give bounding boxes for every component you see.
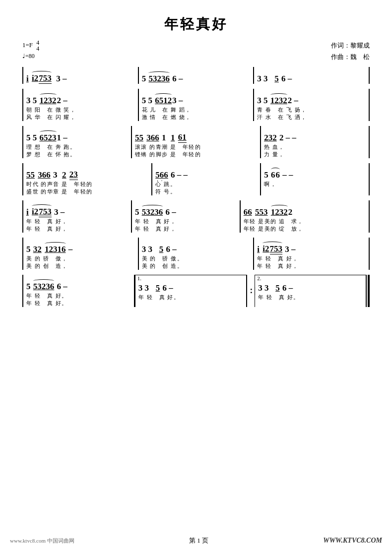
row2-seg1-lyric2: 风 华 在 闪 耀， xyxy=(26,114,136,121)
row4-seg3-lyric1: 啊， xyxy=(264,181,367,188)
row3-seg1-lyric2: 梦 想 在 怀 抱。 xyxy=(26,151,129,158)
row5-seg3-lyric1: 年轻 是美的 追 求， xyxy=(244,218,367,225)
row5-seg2-notes: 5 53236 6 – xyxy=(135,200,238,217)
row4-seg2-lyric2: 符 号。 xyxy=(155,188,258,195)
row6-seg1-notes: 5 32 12316 – xyxy=(26,238,136,254)
row4-seg1-notes: 55 366 3 2 23 xyxy=(26,163,149,180)
row2-seg2-lyric2: 激 情 在 燃 烧， xyxy=(142,114,252,121)
row2-seg2-notes: 5 5 6512 3 – xyxy=(142,89,252,106)
row3-seg1-lyric1: 理 想 在 奔 跑。 xyxy=(26,143,129,151)
row6-seg1-lyric2: 美 的 创 造， xyxy=(26,262,136,270)
row4-seg1-lyric2: 盛世 的华章 是 年轻的 xyxy=(26,188,149,195)
row1-seg1-notes: i i2753 3 – xyxy=(26,67,136,84)
composer: 作曲：魏 松 xyxy=(331,51,370,62)
row3-seg3-lyric1: 热 血， xyxy=(264,143,367,151)
row3-seg2-lyric2: 铿锵 的脚步 是 年轻的 xyxy=(135,151,258,158)
page: 年轻真好 1=F 44 ♩=80 作词：黎耀成 作曲：魏 松 i xyxy=(0,0,392,555)
row6-seg3-lyric1: 年 轻 真 好， xyxy=(257,255,367,262)
tempo: ♩=80 xyxy=(22,52,39,61)
row5-seg1-lyric1: 年 轻 真 好， xyxy=(26,218,129,225)
row2-seg3-lyric2: 汗 水 在 飞 洒， xyxy=(257,114,367,121)
row3-seg2-notes: 55 366 1 1 61 xyxy=(135,126,258,143)
meta-row: 1=F 44 ♩=80 作词：黎耀成 作曲：魏 松 xyxy=(22,40,370,63)
row7-seg2-lyric1: 年 轻 真 好。 xyxy=(138,294,244,301)
row2: 3 5 1232 2 – 朝 阳 在 微 笑， 风 华 在 闪 耀， 5 5 6… xyxy=(22,89,370,121)
row5-seg1-lyric2: 年 轻 真 好， xyxy=(26,225,129,233)
row7: 5 53236 6 – 年 轻 真 好。 年 轻 真 好。 1. 3 3 5 6… xyxy=(22,275,370,307)
row5: i i2753 3 – 年 轻 真 好， 年 轻 真 好， 5 53236 6 … xyxy=(22,200,370,233)
row4-seg2-lyric1: 心 跳。 xyxy=(155,181,258,188)
row1-seg3-notes: 3 3 5 6 – xyxy=(257,67,367,84)
meta-right: 作词：黎耀成 作曲：魏 松 xyxy=(331,40,370,63)
lyricist: 作词：黎耀成 xyxy=(331,40,370,51)
row7-seg1-lyric2: 年 轻 真 好。 xyxy=(26,300,132,307)
meta-left: 1=F 44 ♩=80 xyxy=(22,40,39,61)
row6-seg2-lyric2: 美 的 创 造。 xyxy=(142,262,252,270)
time-sig: 44 xyxy=(36,41,39,49)
row5-seg3-lyric2: 年轻 是美的 绽 放， xyxy=(244,225,367,233)
row3: 5 5 6523 1 – 理 想 在 奔 跑。 梦 想 在 怀 抱。 55 36… xyxy=(22,126,370,158)
row6-seg3-notes: i i2753 3 – xyxy=(257,238,367,254)
row4-seg2-notes: 5 6 6 6 – – xyxy=(155,163,258,180)
row5-seg2-lyric2: 年 轻 真 好， xyxy=(135,225,238,233)
row4: 55 366 3 2 23 时代 的声音 是 年轻的 盛世 的华章 是 年轻的 … xyxy=(22,163,370,195)
row4-seg1-lyric1: 时代 的声音 是 年轻的 xyxy=(26,181,149,188)
row6-seg1-lyric1: 美 的 骄 傲， xyxy=(26,255,136,262)
row5-seg1-notes: i i2753 3 – xyxy=(26,200,129,217)
key: 1=F xyxy=(22,41,33,49)
row1-seg2-notes: 5 53236 6 – xyxy=(142,67,252,84)
row3-seg2-lyric1: 滚滚 的青潮 是 年轻的 xyxy=(135,143,258,151)
row2-seg3-lyric1: 青 春 在 飞 扬， xyxy=(257,106,367,114)
row4-seg3-notes: 5 66 – – xyxy=(264,163,367,180)
title: 年轻真好 xyxy=(22,15,370,34)
row7-seg3-notes: 3 3 5 6 – xyxy=(258,276,364,293)
row3-seg1-notes: 5 5 6523 1 – xyxy=(26,126,129,143)
row2-seg1-notes: 3 5 1232 2 – xyxy=(26,89,136,106)
row7-seg1-lyric1: 年 轻 真 好。 xyxy=(26,292,132,300)
row2-seg2-lyric1: 花 儿 在 舞 蹈， xyxy=(142,106,252,114)
row3-seg3-notes: 232 2 – – xyxy=(264,126,367,143)
footer-left: www.ktvc8.com 中国词曲网 xyxy=(10,537,74,545)
row3-seg3-lyric2: 力 量， xyxy=(264,151,367,158)
row7-seg2-notes: 3 3 5 6 – xyxy=(138,276,244,293)
row2-seg1-lyric1: 朝 阳 在 微 笑， xyxy=(26,106,136,114)
footer-right: WWW.KTVC8.COM xyxy=(323,537,382,545)
row4-seg3-lyric2 xyxy=(264,188,367,195)
row6-seg2-lyric1: 美 的 骄 傲。 xyxy=(142,255,252,262)
row6-seg2-notes: 3 3 5 6 – xyxy=(142,238,252,254)
row5-seg2-lyric1: 年 轻 真 好， xyxy=(135,218,238,225)
footer: www.ktvc8.com 中国词曲网 第 1 页 WWW.KTVC8.COM xyxy=(0,536,392,545)
row1: i i2753 3 – 5 53236 6 – 3 3 5 xyxy=(22,67,370,84)
row7-seg3-lyric1: 年 轻 真 好。 xyxy=(258,294,364,301)
key-time: 1=F 44 xyxy=(22,40,39,52)
row5-seg3-notes: 66 553 1232 2 xyxy=(244,200,367,217)
row2-seg3-notes: 3 5 1232 2 – xyxy=(257,89,367,106)
row6: 5 32 12316 – 美 的 骄 傲， 美 的 创 造， 3 3 5 6 –… xyxy=(22,238,370,270)
row7-seg1-notes: 5 53236 6 – xyxy=(26,275,132,292)
row6-seg3-lyric2: 年 轻 真 好， xyxy=(257,262,367,270)
footer-center: 第 1 页 xyxy=(189,536,208,545)
